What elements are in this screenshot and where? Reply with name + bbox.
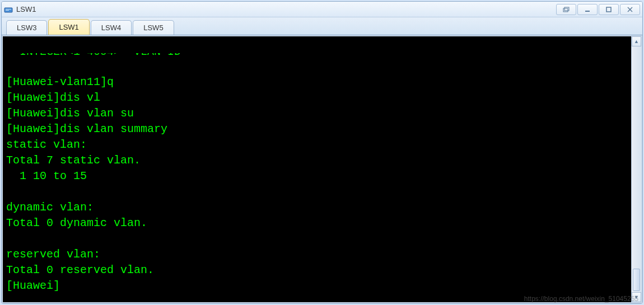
minimize-button[interactable] bbox=[577, 4, 598, 15]
svg-rect-4 bbox=[564, 7, 569, 11]
restore-button[interactable] bbox=[556, 4, 576, 15]
terminal-line: [Huawei]dis vlan summary bbox=[6, 123, 167, 135]
terminal-line: Total 7 static vlan. bbox=[6, 154, 141, 167]
terminal-cutoff-line: INTEGER<1-4094> VLAN ID bbox=[6, 53, 628, 59]
terminal-line: reserved vlan: bbox=[6, 248, 100, 261]
svg-rect-6 bbox=[606, 7, 611, 12]
terminal-line: [Huawei]dis vl bbox=[6, 91, 100, 104]
terminal-line: static vlan: bbox=[6, 138, 87, 151]
scrollbar[interactable]: ▲ ▼ bbox=[631, 36, 641, 302]
terminal-line: [Huawei]dis vlan su bbox=[6, 107, 134, 120]
tab-lsw5[interactable]: LSW5 bbox=[133, 20, 174, 35]
tab-lsw3[interactable]: LSW3 bbox=[6, 20, 47, 35]
terminal-container: INTEGER<1-4094> VLAN ID [Huawei-vlan11]q… bbox=[2, 35, 642, 303]
terminal-line: Total 0 reserved vlan. bbox=[6, 264, 154, 276]
close-button[interactable] bbox=[620, 4, 640, 15]
terminal-line: 1 10 to 15 bbox=[6, 170, 87, 182]
terminal[interactable]: INTEGER<1-4094> VLAN ID [Huawei-vlan11]q… bbox=[3, 36, 631, 302]
watermark: https://blog.csdn.net/weixin_51045255 bbox=[524, 295, 638, 303]
scroll-up-button[interactable]: ▲ bbox=[632, 36, 641, 46]
maximize-button[interactable] bbox=[599, 4, 619, 15]
terminal-line: [Huawei-vlan11]q bbox=[6, 76, 114, 88]
terminal-line: Total 0 dynamic vlan. bbox=[6, 217, 147, 229]
scroll-thumb[interactable] bbox=[633, 269, 640, 291]
app-icon bbox=[4, 5, 13, 14]
svg-rect-1 bbox=[6, 9, 11, 10]
app-window: LSW1 LSW3 LSW1 LSW4 LSW5 INTEGER<1-4094>… bbox=[1, 1, 643, 304]
scroll-track[interactable] bbox=[632, 46, 641, 292]
window-title: LSW1 bbox=[16, 5, 556, 13]
titlebar: LSW1 bbox=[2, 2, 642, 17]
tab-lsw1[interactable]: LSW1 bbox=[48, 19, 89, 35]
svg-rect-2 bbox=[6, 10, 9, 11]
window-controls bbox=[556, 4, 640, 15]
svg-rect-3 bbox=[563, 8, 568, 12]
terminal-line: dynamic vlan: bbox=[6, 201, 94, 214]
terminal-line: [Huawei] bbox=[6, 279, 60, 292]
tab-lsw4[interactable]: LSW4 bbox=[91, 20, 132, 35]
tabbar: LSW3 LSW1 LSW4 LSW5 bbox=[2, 17, 642, 35]
